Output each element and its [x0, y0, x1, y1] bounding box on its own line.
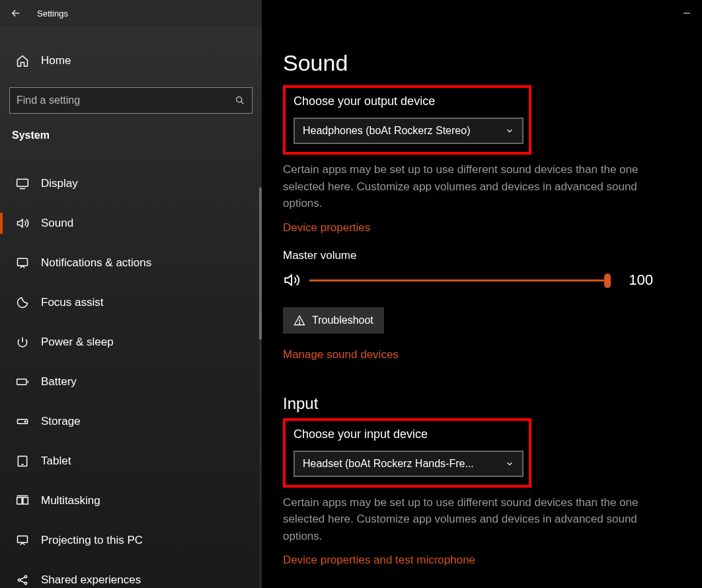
search-icon [235, 95, 245, 106]
arrow-left-icon [10, 7, 22, 19]
main-content: Sound Choose your output device Headphon… [262, 26, 702, 588]
notifications-icon [15, 256, 30, 270]
master-volume-row: 100 [283, 272, 653, 289]
sidebar-item-label: Multitasking [41, 494, 100, 507]
sidebar-item-label: Storage [41, 415, 81, 428]
input-device-value: Headset (boAt Rockerz Hands-Fre... [303, 458, 474, 470]
focus-icon [15, 296, 30, 309]
output-device-highlight: Choose your output device Headphones (bo… [283, 85, 531, 155]
svg-line-21 [20, 581, 25, 583]
sidebar-item-projecting[interactable]: Projecting to this PC [0, 521, 262, 560]
slider-thumb[interactable] [604, 274, 611, 288]
svg-point-24 [299, 322, 299, 323]
output-device-dropdown[interactable]: Headphones (boAt Rockerz Stereo) [293, 118, 524, 144]
input-choose-label: Choose your input device [293, 427, 521, 441]
search-box[interactable] [9, 87, 253, 114]
sound-icon [15, 217, 30, 230]
display-icon [15, 177, 30, 190]
svg-point-1 [237, 97, 242, 102]
sidebar-scroll-thumb[interactable] [259, 188, 262, 340]
sidebar-item-label: Sound [41, 217, 73, 230]
warning-icon [293, 314, 305, 326]
svg-rect-16 [18, 536, 28, 542]
sidebar-item-label: Notifications & actions [41, 256, 151, 270]
sidebar-item-display[interactable]: Display [0, 164, 262, 203]
sidebar-item-label: Shared experiences [41, 573, 141, 587]
output-device-value: Headphones (boAt Rockerz Stereo) [303, 125, 470, 137]
sidebar-item-label: Focus assist [41, 296, 103, 309]
sidebar-item-label: Tablet [41, 455, 71, 468]
svg-line-2 [241, 102, 244, 104]
sidebar-item-focus[interactable]: Focus assist [0, 283, 262, 322]
minimize-button[interactable] [672, 3, 702, 23]
sidebar-scrollbar[interactable] [259, 188, 262, 588]
search-input[interactable] [17, 94, 235, 106]
svg-rect-7 [17, 379, 26, 385]
home-icon [15, 54, 30, 67]
sidebar-item-battery[interactable]: Battery [0, 362, 262, 402]
storage-icon [15, 415, 30, 428]
svg-marker-22 [285, 275, 292, 285]
input-heading: Input [283, 394, 670, 413]
sidebar-nav-list: Display Sound Notifications & actions Fo… [0, 164, 262, 588]
shared-icon [15, 573, 30, 587]
troubleshoot-label: Troubleshoot [312, 314, 373, 326]
svg-line-20 [20, 577, 25, 579]
svg-rect-14 [23, 497, 28, 504]
troubleshoot-button[interactable]: Troubleshoot [283, 307, 384, 334]
input-help-text: Certain apps may be set up to use differ… [283, 494, 660, 545]
multitasking-icon [15, 494, 30, 507]
sidebar-item-storage[interactable]: Storage [0, 402, 262, 441]
sidebar-item-notifications[interactable]: Notifications & actions [0, 243, 262, 283]
sidebar-item-label: Projecting to this PC [41, 534, 143, 547]
window-title: Settings [37, 9, 68, 18]
sidebar-item-label: Display [41, 177, 78, 190]
svg-point-19 [24, 582, 26, 584]
sidebar-item-power[interactable]: Power & sleep [0, 322, 262, 362]
page-title: Sound [283, 50, 670, 76]
svg-rect-3 [17, 179, 28, 186]
master-volume-slider[interactable] [309, 275, 608, 285]
power-icon [15, 336, 30, 349]
sidebar-item-label: Battery [41, 375, 77, 388]
master-volume-label: Master volume [283, 249, 670, 262]
chevron-down-icon [505, 126, 514, 135]
svg-point-17 [18, 579, 20, 581]
input-device-highlight: Choose your input device Headset (boAt R… [283, 418, 531, 488]
output-device-properties-link[interactable]: Device properties [283, 221, 370, 235]
svg-rect-6 [18, 258, 28, 266]
home-nav[interactable]: Home [0, 46, 262, 75]
slider-track [309, 279, 608, 281]
sidebar: Home System Display Sound Notifications … [0, 26, 262, 588]
input-device-dropdown[interactable]: Headset (boAt Rockerz Hands-Fre... [293, 451, 524, 477]
manage-sound-devices-link[interactable]: Manage sound devices [283, 348, 399, 361]
titlebar: Settings [0, 0, 702, 26]
sidebar-item-shared[interactable]: Shared experiences [0, 560, 262, 588]
svg-marker-5 [18, 219, 23, 227]
svg-point-18 [24, 575, 26, 577]
output-choose-label: Choose your output device [293, 94, 521, 108]
home-label: Home [41, 54, 71, 67]
battery-icon [15, 375, 30, 388]
chevron-down-icon [505, 459, 514, 468]
sidebar-item-multitasking[interactable]: Multitasking [0, 481, 262, 521]
minimize-icon [683, 9, 691, 17]
tablet-icon [15, 455, 30, 468]
output-help-text: Certain apps may be set up to use differ… [283, 161, 660, 212]
master-volume-value: 100 [620, 272, 653, 289]
sidebar-item-tablet[interactable]: Tablet [0, 441, 262, 481]
back-button[interactable] [0, 7, 32, 19]
sidebar-item-sound[interactable]: Sound [0, 203, 262, 243]
sidebar-item-label: Power & sleep [41, 336, 114, 349]
sidebar-section-header: System [0, 126, 262, 151]
speaker-icon[interactable] [283, 272, 301, 289]
svg-point-10 [24, 421, 26, 422]
input-device-properties-link[interactable]: Device properties and test microphone [283, 554, 475, 567]
svg-rect-13 [17, 497, 22, 504]
projecting-icon [15, 534, 30, 547]
